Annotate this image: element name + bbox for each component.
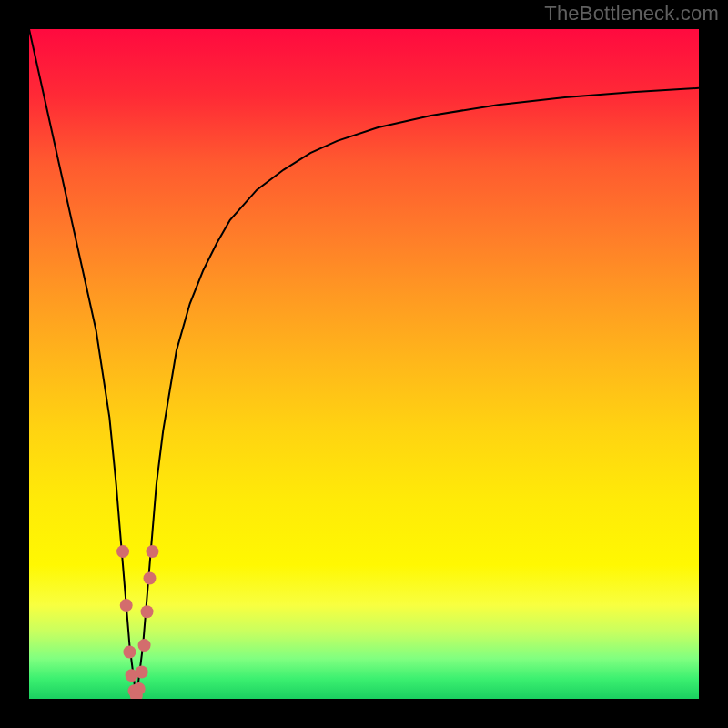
watermark-text: TheBottleneck.com <box>544 2 719 25</box>
plot-area <box>29 29 699 699</box>
data-marker <box>120 599 133 612</box>
chart-svg <box>29 29 699 699</box>
data-marker <box>116 545 129 558</box>
data-marker <box>136 666 148 679</box>
data-marker <box>133 682 146 695</box>
data-marker <box>146 545 158 558</box>
data-marker <box>141 605 154 618</box>
data-marker <box>143 572 156 585</box>
data-marker <box>138 639 151 652</box>
outer-frame: TheBottleneck.com <box>0 0 728 728</box>
bottleneck-curve <box>29 29 699 699</box>
data-marker <box>123 645 136 658</box>
